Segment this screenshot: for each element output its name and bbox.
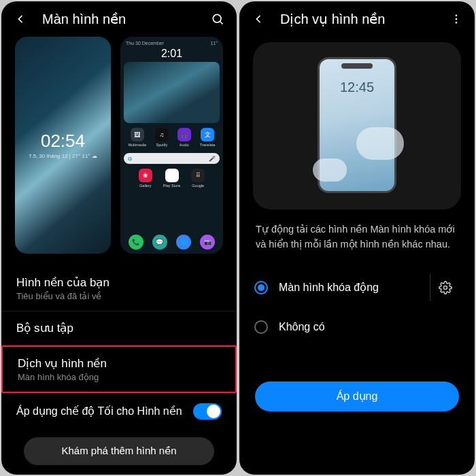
svg-line-1 — [220, 22, 223, 24]
wallpaper-settings-screen: Màn hình nền 02:54 T.5, 30 tháng 12 | 27… — [1, 1, 237, 475]
service-description: Tự động tải các hình nền Màn hình khóa m… — [239, 219, 475, 265]
wallpaper-previews: 02:54 T.5, 30 tháng 12 | 27° 11° ☁ Thu 3… — [1, 37, 237, 266]
radio-selected-icon[interactable] — [254, 281, 268, 294]
explore-more-button[interactable]: Khám phá thêm hình nền — [24, 437, 214, 465]
svg-point-0 — [213, 14, 221, 22]
service-preview-card: 12:45 — [253, 42, 461, 209]
gear-icon — [439, 281, 452, 294]
your-wallpapers-section[interactable]: Hình nền của bạn Tiêu biểu và đã tải về — [1, 266, 237, 311]
wallpaper-service-screen: Dịch vụ hình nền 12:45 Tự động tải các h… — [239, 1, 475, 475]
lockscreen-preview[interactable]: 02:54 T.5, 30 tháng 12 | 27° 11° ☁ — [15, 37, 111, 254]
collection-section[interactable]: Bộ sưu tập — [1, 311, 237, 345]
header: Màn hình nền — [1, 1, 237, 37]
search-icon[interactable] — [211, 12, 224, 26]
page-title: Màn hình nền — [42, 11, 196, 27]
dark-mode-toggle[interactable] — [193, 403, 222, 420]
mini-time: 12:45 — [340, 80, 374, 95]
page-title: Dịch vụ hình nền — [280, 11, 435, 27]
homescreen-wall-thumb — [124, 62, 220, 123]
svg-point-5 — [443, 286, 447, 289]
lockscreen-time: 02:54 — [41, 131, 85, 152]
mini-phone-preview: 12:45 — [318, 57, 396, 193]
lockscreen-date: T.5, 30 tháng 12 | 27° 11° ☁ — [29, 153, 97, 159]
svg-point-3 — [456, 18, 458, 20]
dark-mode-wallpaper-row[interactable]: Áp dụng chế độ Tối cho Hình nền — [1, 394, 237, 429]
widget-clock: 2:01 — [161, 48, 182, 60]
more-icon[interactable] — [450, 13, 462, 25]
svg-point-2 — [456, 14, 458, 16]
back-icon[interactable] — [252, 12, 265, 26]
wallpaper-service-section[interactable]: Dịch vụ hình nền Màn hình khóa động — [1, 345, 237, 393]
svg-point-4 — [456, 22, 458, 24]
apply-button[interactable]: Áp dụng — [255, 381, 459, 411]
option-none[interactable]: Không có — [239, 311, 475, 343]
back-icon[interactable] — [14, 12, 27, 26]
radio-unselected-icon[interactable] — [254, 320, 268, 334]
dock: 📞 💬 🌐 📷 — [124, 232, 220, 251]
dynamic-settings-button[interactable] — [430, 274, 460, 301]
header: Dịch vụ hình nền — [239, 1, 475, 37]
option-dynamic-lockscreen[interactable]: Màn hình khóa động — [239, 265, 475, 311]
google-search-bar: G 🎤 — [124, 153, 220, 164]
homescreen-preview[interactable]: Thu 30 December 11° 2:01 🖼Multimedia ♫Sp… — [120, 37, 223, 254]
